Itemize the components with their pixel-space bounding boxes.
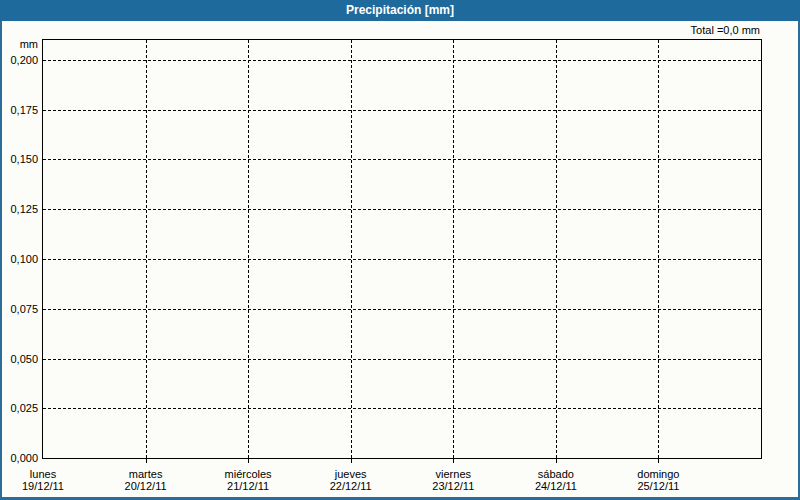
- chart-title-bar: Precipitación [mm]: [0, 0, 800, 21]
- x-axis-tick: [351, 459, 352, 463]
- x-axis-tick: [146, 459, 147, 463]
- x-axis-day-label: lunes19/12/11: [0, 468, 95, 492]
- vertical-gridline: [658, 40, 659, 458]
- day-date: 24/12/11: [504, 480, 607, 492]
- day-date: 21/12/11: [197, 480, 300, 492]
- day-name: viernes: [402, 468, 505, 480]
- horizontal-gridline: [43, 259, 761, 260]
- day-date: 25/12/11: [607, 480, 710, 492]
- vertical-gridline: [146, 40, 147, 458]
- y-axis-tick-label: 0,175: [2, 103, 38, 117]
- x-axis-tick: [248, 459, 249, 463]
- y-axis-tick-label: 0,000: [2, 451, 38, 465]
- horizontal-gridline: [43, 159, 761, 160]
- horizontal-gridline: [43, 359, 761, 360]
- horizontal-gridline: [43, 309, 761, 310]
- vertical-gridline: [351, 40, 352, 458]
- day-date: 19/12/11: [0, 480, 95, 492]
- vertical-gridline: [556, 40, 557, 458]
- horizontal-gridline: [43, 209, 761, 210]
- x-axis-day-label: miércoles21/12/11: [197, 468, 300, 492]
- day-name: martes: [94, 468, 197, 480]
- day-date: 22/12/11: [299, 480, 402, 492]
- y-axis-tick-label: 0,125: [2, 202, 38, 216]
- day-name: sábado: [504, 468, 607, 480]
- y-axis-tick-label: 0,050: [2, 352, 38, 366]
- horizontal-gridline: [43, 60, 761, 61]
- horizontal-gridline: [43, 110, 761, 111]
- x-axis-day-label: jueves22/12/11: [299, 468, 402, 492]
- day-date: 23/12/11: [402, 480, 505, 492]
- x-axis-day-label: domingo25/12/11: [607, 468, 710, 492]
- y-axis-unit-label: mm: [2, 38, 38, 50]
- y-axis-tick-label: 0,100: [2, 252, 38, 266]
- horizontal-gridline: [43, 408, 761, 409]
- day-name: domingo: [607, 468, 710, 480]
- x-axis-tick: [556, 459, 557, 463]
- x-axis-tick: [658, 459, 659, 463]
- chart-body: Total =0,0 mm mm 0,2000,1750,1500,1250,1…: [2, 21, 798, 497]
- x-axis-day-label: sábado24/12/11: [504, 468, 607, 492]
- vertical-gridline: [453, 40, 454, 458]
- x-axis-day-label: martes20/12/11: [94, 468, 197, 492]
- precipitation-chart-window: Precipitación [mm] Total =0,0 mm mm 0,20…: [0, 0, 800, 500]
- plot-area: [42, 39, 762, 459]
- y-axis-tick-label: 0,075: [2, 302, 38, 316]
- day-date: 20/12/11: [94, 480, 197, 492]
- total-precipitation-label: Total =0,0 mm: [691, 24, 760, 36]
- day-name: lunes: [0, 468, 95, 480]
- y-axis-tick-label: 0,025: [2, 401, 38, 415]
- chart-title: Precipitación [mm]: [0, 0, 800, 21]
- vertical-gridline: [248, 40, 249, 458]
- day-name: jueves: [299, 468, 402, 480]
- x-axis-tick: [453, 459, 454, 463]
- x-axis-day-label: viernes23/12/11: [402, 468, 505, 492]
- y-axis-tick-label: 0,200: [2, 53, 38, 67]
- y-axis-tick-label: 0,150: [2, 152, 38, 166]
- day-name: miércoles: [197, 468, 300, 480]
